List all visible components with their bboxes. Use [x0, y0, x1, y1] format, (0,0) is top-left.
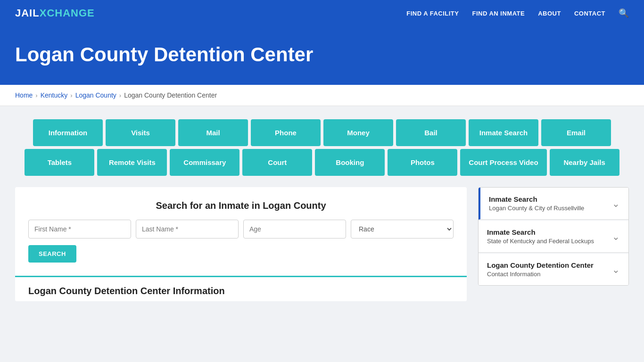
breadcrumb-sep-1: ›	[35, 92, 37, 99]
sidebar-card-1[interactable]: Inmate Search State of Kentucky and Fede…	[479, 221, 628, 253]
sidebar-cards: Inmate Search Logan County & City of Rus…	[478, 187, 629, 286]
btn-photos[interactable]: Photos	[388, 149, 457, 176]
btn-booking[interactable]: Booking	[315, 149, 385, 176]
logo-exchange: XCHANGE	[40, 7, 95, 19]
logo-x: X	[40, 7, 47, 19]
breadcrumb-home[interactable]: Home	[15, 91, 33, 99]
sidebar-card-title-2: Logan County Detention Center	[487, 261, 594, 269]
breadcrumb: Home › Kentucky › Logan County › Logan C…	[15, 91, 629, 99]
last-name-input[interactable]	[136, 220, 239, 239]
sidebar-card-0[interactable]: Inmate Search Logan County & City of Rus…	[479, 188, 628, 220]
sidebar-card-title-0: Inmate Search	[489, 195, 584, 203]
nav-find-inmate[interactable]: FIND AN INMATE	[472, 10, 525, 17]
btn-money[interactable]: Money	[323, 119, 393, 146]
nav-about[interactable]: ABOUT	[538, 10, 561, 17]
sidebar-card-subtitle-0: Logan County & City of Russellville	[489, 205, 584, 212]
first-name-input[interactable]	[28, 220, 131, 239]
btn-remote-visits[interactable]: Remote Visits	[97, 149, 167, 176]
navbar: JAILXCHANGE FIND A FACILITY FIND AN INMA…	[0, 0, 644, 26]
search-fields: Race White Black Hispanic Asian Other	[28, 220, 454, 239]
btn-tablets[interactable]: Tablets	[25, 149, 94, 176]
breadcrumb-logan-county[interactable]: Logan County	[75, 91, 116, 99]
breadcrumb-bar: Home › Kentucky › Logan County › Logan C…	[0, 85, 644, 106]
button-grid: Information Visits Mail Phone Money Bail…	[15, 119, 629, 176]
nav-find-facility[interactable]: FIND A FACILITY	[406, 10, 459, 17]
search-icon[interactable]: 🔍	[619, 8, 629, 18]
search-button[interactable]: SEARCH	[28, 245, 76, 263]
btn-phone[interactable]: Phone	[251, 119, 321, 146]
btn-visits[interactable]: Visits	[106, 119, 175, 146]
chevron-down-icon-1: ⌄	[612, 231, 620, 242]
logo-change: CHANGE	[47, 7, 94, 19]
chevron-down-icon-2: ⌄	[612, 264, 620, 275]
sidebar-card-title-1: Inmate Search	[487, 228, 594, 236]
page-title: Logan County Detention Center	[15, 43, 629, 66]
chevron-down-icon-0: ⌄	[612, 198, 620, 209]
main-content: Information Visits Mail Phone Money Bail…	[0, 106, 644, 316]
btn-nearby-jails[interactable]: Nearby Jails	[550, 149, 619, 176]
logo[interactable]: JAILXCHANGE	[15, 7, 95, 19]
btn-court-process-video[interactable]: Court Process Video	[460, 149, 546, 176]
btn-email[interactable]: Email	[541, 119, 611, 146]
sidebar-card-subtitle-1: State of Kentucky and Federal Lockups	[487, 238, 594, 245]
breadcrumb-kentucky[interactable]: Kentucky	[41, 91, 68, 99]
hero-section: Logan County Detention Center	[0, 26, 644, 85]
btn-court[interactable]: Court	[242, 149, 312, 176]
sidebar-card-text-0: Inmate Search Logan County & City of Rus…	[489, 195, 584, 212]
info-title: Logan County Detention Center Informatio…	[28, 286, 454, 296]
logo-jail: JAIL	[15, 7, 40, 19]
race-select[interactable]: Race White Black Hispanic Asian Other	[351, 220, 454, 239]
btn-commissary[interactable]: Commissary	[170, 149, 239, 176]
search-info-wrapper: Search for an Inmate in Logan County Rac…	[15, 187, 467, 301]
sidebar-card-2[interactable]: Logan County Detention Center Contact In…	[479, 254, 628, 285]
sidebar-card-subtitle-2: Contact Information	[487, 271, 594, 278]
btn-inmate-search[interactable]: Inmate Search	[469, 119, 538, 146]
info-section-heading: Logan County Detention Center Informatio…	[15, 276, 467, 301]
bottom-layout: Search for an Inmate in Logan County Rac…	[15, 187, 629, 301]
breadcrumb-sep-3: ›	[119, 92, 121, 99]
navbar-links: FIND A FACILITY FIND AN INMATE ABOUT CON…	[406, 8, 629, 18]
btn-mail[interactable]: Mail	[178, 119, 248, 146]
breadcrumb-sep-2: ›	[70, 92, 72, 99]
breadcrumb-current: Logan County Detention Center	[124, 91, 217, 99]
search-panel: Search for an Inmate in Logan County Rac…	[15, 187, 467, 276]
btn-bail[interactable]: Bail	[396, 119, 466, 146]
age-input[interactable]	[243, 220, 346, 239]
btn-information[interactable]: Information	[33, 119, 103, 146]
search-title: Search for an Inmate in Logan County	[28, 200, 454, 211]
sidebar-card-text-2: Logan County Detention Center Contact In…	[487, 261, 594, 278]
nav-contact[interactable]: CONTACT	[574, 10, 605, 17]
sidebar-card-text-1: Inmate Search State of Kentucky and Fede…	[487, 228, 594, 245]
